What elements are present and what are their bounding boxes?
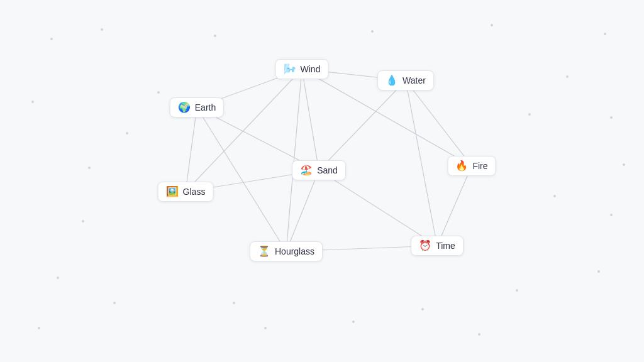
glass-icon: 🖼️	[166, 187, 179, 197]
edge-water-time	[406, 80, 437, 246]
background-dot	[50, 38, 53, 40]
background-dot	[31, 101, 34, 103]
fire-label: Fire	[472, 161, 487, 171]
edges-layer	[0, 0, 644, 362]
background-dot	[57, 277, 59, 279]
background-dot	[623, 163, 625, 166]
hourglass-label: Hourglass	[275, 246, 314, 256]
background-dot	[82, 220, 84, 222]
background-dot	[352, 321, 355, 323]
background-dot	[566, 75, 569, 78]
earth-icon: 🌍	[178, 102, 191, 112]
node-sand[interactable]: 🏖️Sand	[292, 160, 346, 180]
background-dot	[421, 308, 424, 310]
background-dot	[516, 289, 518, 292]
time-label: Time	[436, 241, 455, 251]
edge-wind-glass	[186, 69, 302, 192]
edge-fire-time	[437, 166, 472, 246]
background-dot	[371, 30, 374, 33]
edge-earth-hourglass	[197, 107, 286, 251]
background-dot	[88, 167, 91, 169]
earth-label: Earth	[195, 102, 216, 112]
hourglass-icon: ⏳	[258, 246, 270, 256]
edge-sand-time	[319, 170, 437, 246]
background-dot	[233, 302, 235, 304]
background-dot	[157, 91, 160, 94]
background-dot	[604, 33, 606, 35]
background-dot	[101, 28, 103, 31]
background-dot	[528, 113, 531, 116]
background-dot	[38, 327, 40, 329]
background-dot	[597, 270, 600, 273]
background-dot	[553, 195, 556, 197]
edge-water-fire	[406, 80, 472, 166]
sand-icon: 🏖️	[300, 165, 313, 175]
fire-icon: 🔥	[455, 161, 468, 171]
background-dot	[126, 132, 128, 134]
node-earth[interactable]: 🌍Earth	[170, 97, 224, 118]
background-dot	[610, 116, 613, 119]
water-label: Water	[402, 75, 426, 85]
glass-label: Glass	[183, 187, 206, 197]
node-water[interactable]: 💧Water	[377, 70, 434, 90]
node-wind[interactable]: 🌬️Wind	[275, 59, 329, 79]
background-dot	[113, 302, 116, 304]
background-dot	[478, 333, 480, 336]
graph-container: 🌬️Wind💧Water🌍Earth🏖️Sand🔥Fire🖼️Glass⏳Hou…	[0, 0, 644, 362]
node-hourglass[interactable]: ⏳Hourglass	[250, 241, 323, 261]
edge-sand-hourglass	[286, 170, 319, 251]
sand-label: Sand	[317, 165, 338, 175]
wind-icon: 🌬️	[284, 64, 296, 74]
time-icon: ⏰	[419, 241, 431, 251]
node-time[interactable]: ⏰Time	[411, 236, 464, 256]
wind-label: Wind	[301, 64, 321, 74]
edge-water-sand	[319, 80, 406, 170]
background-dot	[214, 35, 216, 37]
background-dot	[610, 214, 613, 216]
edge-wind-sand	[302, 69, 319, 170]
water-icon: 💧	[386, 75, 398, 85]
node-glass[interactable]: 🖼️Glass	[158, 182, 214, 202]
background-dot	[491, 24, 493, 26]
background-dot	[264, 327, 267, 329]
edge-earth-glass	[186, 107, 197, 192]
node-fire[interactable]: 🔥Fire	[447, 156, 496, 176]
